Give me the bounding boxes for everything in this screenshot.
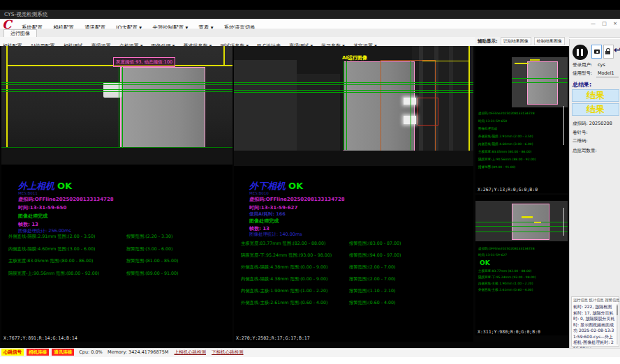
run-info-text: 耗时: 222, 放隔检测耗时: 17, 放隔分页耗时: 0, 放隔膜脱分页耗时… bbox=[573, 304, 615, 351]
info-scrollbar[interactable] bbox=[617, 304, 618, 344]
thumbnail-image bbox=[475, 201, 568, 241]
measure-row: 内侧直线-隔膜:4.38mm 范围:(0.00 - 9.00)报警范围:(2.0… bbox=[241, 276, 471, 283]
login-user-label: 登录用户: bbox=[573, 62, 592, 68]
maximize-icon[interactable]: □ bbox=[602, 21, 607, 26]
camera-panel-lower-outer: AI运行图像 外下相机OK MES:B010 虚拟码:OFFline202502… bbox=[234, 46, 473, 341]
camera-panel-upper-outer: 灰度阈值:93, 动态阈值:100 外上相机OK MES:B011 虚拟码:OF… bbox=[1, 46, 232, 341]
process-done-line: 图像处理完成 bbox=[18, 213, 47, 220]
run-info-box: 运行信息统计信息报警信息 耗时: 222, 放隔检测耗时: 17, 放隔分页耗时… bbox=[571, 296, 619, 347]
camera-connect-badge: 相机连接 bbox=[27, 349, 49, 356]
virtual-code-label: 虚拟码: 20250208 bbox=[573, 121, 612, 127]
result-ok: OK bbox=[288, 181, 303, 191]
minimize-icon[interactable]: — bbox=[591, 21, 596, 26]
tab-stat-info[interactable]: 统计信息 bbox=[589, 298, 604, 302]
pause-button[interactable] bbox=[573, 45, 588, 60]
tab-run-info[interactable]: 运行信息 bbox=[573, 298, 588, 302]
mes-line: MES:B010 bbox=[249, 191, 269, 195]
lock-icon bbox=[605, 51, 610, 54]
qrcode-label: 二维码: bbox=[573, 138, 588, 144]
threshold-overlay: 灰度阈值:93, 动态阈值:100 bbox=[113, 57, 175, 67]
comm-connect-badge: 通讯连接 bbox=[52, 349, 74, 356]
top-black-strip bbox=[0, 0, 620, 10]
result-ok: OK bbox=[57, 181, 72, 191]
result-box-upper: 结果 bbox=[572, 89, 619, 102]
thumb-result-ok: OK bbox=[480, 259, 490, 266]
ai-time-line: 使用AI耗时: 166 bbox=[249, 211, 286, 218]
toolbar: 相机配置 AI使用配置 相机调试 高级设置 点检设置 ▾ 图像处理 ▾ 基准线参… bbox=[0, 37, 475, 46]
pixel-coords-readout: X:270;Y:2502;R:17;G:17;B:17 bbox=[234, 335, 473, 342]
model-value[interactable]: Model1 bbox=[598, 70, 614, 76]
pixel-coords-readout: X:311;Y:980;R:0;G:0;B:0 bbox=[475, 329, 568, 335]
measure-row: 外侧直线-主极:2.61mm 范围:(0.60 - 4.00)报警范围:(0.6… bbox=[241, 300, 471, 307]
measure-row: 隔膜宽度-上:90.56mm 范围:(88.00 - 92.00)报警范围:(8… bbox=[8, 271, 230, 278]
measure-row: 外侧直线-隔膜:4.38mm 范围:(0.00 - 9.00)报警范围:(2.0… bbox=[241, 264, 471, 271]
time-line: 时间:13-31-59-627 bbox=[249, 204, 297, 211]
measure-row: 主极宽度:83.05mm 范围:(80.00 - 86.00)报警范围:(81.… bbox=[8, 258, 230, 265]
camera-icon bbox=[594, 50, 600, 54]
ai-image-overlay-label: AI运行图像 bbox=[342, 54, 367, 61]
status-bar: 心跳信号 相机连接 通讯连接 Cpu: 0.0% Memory: 3424.41… bbox=[0, 348, 620, 357]
thumbnail-image bbox=[512, 57, 568, 107]
upper-camera-heartbeat-link[interactable]: 上相机心跳检测 bbox=[174, 349, 206, 355]
heartbeat-badge: 心跳信号 bbox=[1, 349, 24, 356]
pixel-coords-readout: X:267;Y:13;R:0;G:0;B:0 bbox=[475, 187, 568, 193]
camera-name: 外上相机 bbox=[18, 181, 54, 191]
login-user-value[interactable]: cys bbox=[598, 62, 605, 68]
process-done-line: 图像处理完成 bbox=[249, 218, 279, 225]
menu-bar: C 系统配置 相机配置 通讯配置 IO卡配置 ▾ 光源控制配置 ▾ 查看 ▾ 系… bbox=[0, 19, 620, 29]
process-stat-line: 图像处理统计: 140.00ms bbox=[249, 232, 302, 238]
window-title: CYS-视觉检测系统 bbox=[0, 10, 620, 19]
barcode-line: 虚拟码:OFFline20250208133134728 bbox=[249, 196, 345, 203]
camera-name: 外下相机 bbox=[249, 181, 286, 191]
measure-row: 内侧直线-隔膜:4.60mm 范围:(3.00 - 6.00)报警范围:(3.0… bbox=[8, 246, 230, 253]
camera-toggle-button[interactable] bbox=[591, 45, 602, 59]
measure-row: 内侧直线-主极:1.90mm 范围:(1.00 - 2.20)报警范围:(1.1… bbox=[241, 288, 471, 295]
electrode-object bbox=[120, 67, 205, 149]
mes-line: MES:B011 bbox=[18, 191, 38, 195]
pixel-coords-readout: X:7677;Y:891;R:14;G:14;B:14 bbox=[1, 335, 232, 342]
result-box-lower: 结果 bbox=[572, 103, 619, 116]
barcode-line: 虚拟码:OFFline20250208133134728 bbox=[18, 196, 114, 203]
aux-display-label: 辅助显示: bbox=[478, 38, 498, 44]
control-sidebar: ↩ 登录用户: cys 使用型号: Model1 总结果: 结果 结果 虚拟码:… bbox=[569, 39, 620, 349]
app-window: CYS-视觉检测系统 C 系统配置 相机配置 通讯配置 IO卡配置 ▾ 光源控制… bbox=[0, 0, 620, 364]
frame-count-line: 帧数: 13 bbox=[18, 221, 38, 228]
camera-image-lower[interactable]: AI运行图像 bbox=[234, 46, 473, 166]
batch-count-label: 总批写数量: bbox=[573, 148, 597, 154]
time-line: 时间:13-31-59-650 bbox=[18, 204, 66, 211]
lower-camera-heartbeat-link[interactable]: 下相机心跳检测 bbox=[212, 349, 244, 355]
lock-toggle-button[interactable] bbox=[603, 45, 614, 59]
back-arrow-icon[interactable]: ↩ bbox=[614, 45, 620, 55]
aux-thumbnail-1[interactable]: 虚拟码:OFFline20250208133134728 时间:13-31-59… bbox=[475, 47, 568, 193]
close-icon[interactable]: ✕ bbox=[613, 21, 617, 26]
measure-row: 隔膜宽度-下:95.24mm 范围:(93.00 - 98.00)报警范围:(9… bbox=[241, 252, 471, 259]
tab-drawn-result[interactable]: 绘制结果图像 bbox=[534, 37, 565, 45]
model-label: 使用型号: bbox=[573, 70, 592, 77]
memory-usage: Memory: 3424.41796875M bbox=[108, 349, 169, 355]
total-result-label: 总结果: bbox=[573, 81, 591, 89]
aux-display-header: 辅助显示: 识别结果图像 绘制结果图像 bbox=[475, 37, 569, 46]
camera-image-upper[interactable]: 灰度阈值:93, 动态阈值:100 bbox=[1, 46, 232, 165]
tab-alarm-info[interactable]: 报警信息 bbox=[605, 298, 620, 302]
measure-row: 外侧直线-隔膜:2.91mm 范围:(2.00 - 3.50)报警范围:(2.2… bbox=[8, 234, 230, 241]
measure-row: 主极宽度:83.77mm 范围:(82.00 - 88.00)报警范围:(83.… bbox=[241, 241, 471, 248]
cpu-usage: Cpu: 0.0% bbox=[79, 349, 103, 355]
aux-thumbnail-2[interactable]: 虚拟码:OFFline20250208133134728 时间:13-31-59… bbox=[475, 195, 568, 335]
needle-no-label: 卷针号: bbox=[573, 130, 588, 136]
tab-recognition-result[interactable]: 识别结果图像 bbox=[501, 37, 531, 45]
defect-box bbox=[418, 98, 438, 126]
